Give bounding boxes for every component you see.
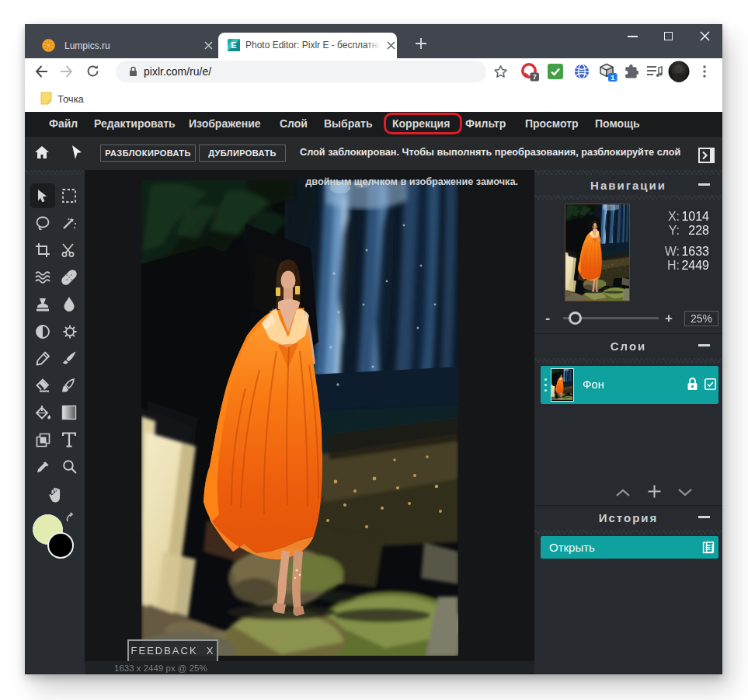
svg-text:7: 7 <box>533 73 537 81</box>
svg-text:1: 1 <box>611 74 614 82</box>
svg-text:E: E <box>231 40 236 50</box>
